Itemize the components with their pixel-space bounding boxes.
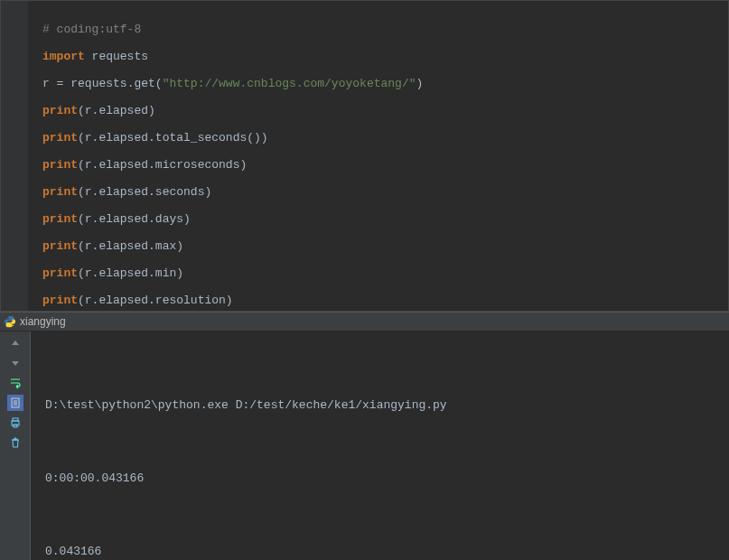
print-arg-microseconds: (r.elapsed.microseconds) [78,158,247,172]
console-line: D:\test\python2\python.exe D:/test/keche… [45,393,715,417]
console-toolbar [0,331,31,560]
print-arg-days: (r.elapsed.days) [78,212,191,226]
run-tab-xiangying[interactable]: xiangying [0,315,75,328]
code-content: # coding:utf-8 import requests r = reque… [1,1,728,312]
kw-print: print [42,185,78,199]
kw-print: print [42,212,78,226]
kw-print: print [42,158,78,172]
python-icon [4,315,16,328]
kw-print: print [42,294,78,307]
call-requests-get: requests.get( [63,77,162,90]
print-arg-total-seconds-b: ()) [247,131,267,145]
trash-icon[interactable] [7,434,23,451]
print-arg-seconds: (r.elapsed.seconds) [78,185,211,199]
print-arg-total-seconds-a: (r.elapsed.total_seconds [78,131,247,145]
scroll-up-icon[interactable] [7,335,23,351]
console-line: 0:00:00.043166 [45,466,715,490]
code-editor[interactable]: # coding:utf-8 import requests r = reque… [0,0,729,312]
code-comment: # coding:utf-8 [42,23,141,36]
run-tab-label: xiangying [20,315,66,328]
kw-print: print [42,266,78,280]
kw-import: import [42,50,85,63]
kw-print: print [42,104,78,117]
print-arg-resolution: (r.elapsed.resolution) [78,294,233,307]
run-tab-bar: xiangying [0,312,729,331]
kw-print: print [42,239,78,253]
console-panel: D:\test\python2\python.exe D:/test/keche… [0,331,729,560]
console-output[interactable]: D:\test\python2\python.exe D:/test/keche… [31,331,729,560]
import-module: requests [85,50,148,63]
svg-rect-2 [13,418,18,421]
print-icon[interactable] [7,415,23,431]
soft-wrap-icon[interactable] [7,375,23,391]
scroll-to-end-icon[interactable] [7,395,23,411]
print-arg-elapsed: (r.elapsed) [78,104,155,117]
kw-print: print [42,131,78,145]
assign-lhs: r [42,77,57,90]
close-paren: ) [416,77,424,90]
print-arg-min: (r.elapsed.min) [78,266,183,280]
url-string: "http://www.cnblogs.com/yoyoketang/" [163,77,416,90]
console-line: 0.043166 [45,539,715,560]
scroll-down-icon[interactable] [7,355,23,371]
editor-gutter [1,1,28,311]
print-arg-max: (r.elapsed.max) [78,239,183,253]
